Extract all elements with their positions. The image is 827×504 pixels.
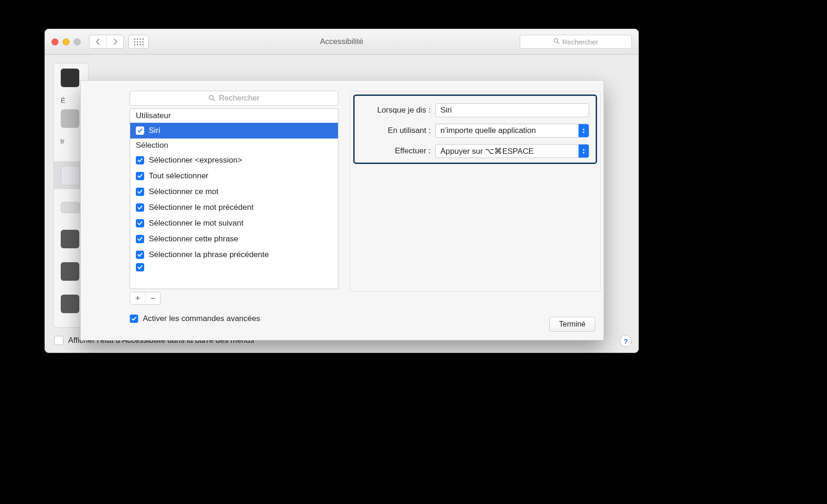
list-item[interactable]: Sélectionner la phrase précédente (130, 247, 338, 263)
when-i-say-input[interactable]: Siri (435, 103, 589, 117)
help-button[interactable]: ? (620, 335, 632, 347)
list-item[interactable]: Siri (130, 123, 338, 139)
commands-sheet: Rechercher Utilisateur Siri Sélection Sé… (80, 80, 604, 340)
group-header-user: Utilisateur (130, 109, 338, 123)
preferences-window: Accessibilité Rechercher É Ir A (45, 29, 639, 353)
titlebar: Accessibilité Rechercher (45, 29, 638, 55)
sidebar-thumb (61, 69, 79, 87)
svg-line-3 (213, 99, 215, 101)
chevron-right-icon (113, 38, 118, 45)
checkbox[interactable] (136, 156, 144, 164)
using-popup[interactable]: n’importe quelle application ▲▼ (435, 124, 589, 138)
list-item[interactable]: Sélectionner le mot suivant (130, 215, 338, 231)
forward-button[interactable] (106, 35, 123, 48)
menubar-status-checkbox[interactable] (54, 336, 64, 345)
sidebar-label-partial: Ir (60, 137, 64, 145)
list-item-label: Sélectionner le mot suivant (149, 219, 243, 228)
highlighted-fields: Lorsque je dis : Siri En utilisant : n’i… (353, 94, 597, 164)
perform-popup[interactable]: Appuyer sur ⌥⌘ESPACE ▲▼ (435, 144, 589, 158)
sidebar-thumb (61, 202, 80, 213)
chevron-left-icon (95, 38, 101, 45)
commands-list[interactable]: Utilisateur Siri Sélection Sélectionner … (130, 108, 338, 289)
sidebar-thumb (61, 109, 79, 128)
svg-line-1 (557, 42, 559, 44)
sidebar-thumb (61, 166, 80, 185)
sidebar-thumb (61, 262, 79, 281)
list-item-label: Sélectionner <expression> (149, 156, 242, 165)
sidebar-label-partial: É (61, 96, 65, 104)
search-icon (553, 38, 560, 45)
done-label: Terminé (559, 320, 585, 328)
advanced-commands-label: Activer les commandes avancées (143, 314, 260, 323)
list-item[interactable]: Sélectionner cette phrase (130, 231, 338, 247)
remove-button[interactable]: − (145, 292, 160, 304)
checkbox[interactable] (136, 172, 144, 180)
list-item[interactable]: Sélectionner <expression> (130, 152, 338, 168)
list-item[interactable]: Sélectionner ce mot (130, 184, 338, 200)
advanced-commands-row: Activer les commandes avancées (130, 314, 260, 323)
svg-point-0 (554, 38, 558, 42)
checkbox[interactable] (136, 219, 144, 227)
list-item-label: Sélectionner le mot précédent (149, 203, 254, 212)
list-item-partial[interactable] (130, 263, 338, 272)
updown-arrows-icon: ▲▼ (579, 145, 589, 158)
add-button[interactable]: + (130, 292, 145, 304)
checkbox[interactable] (136, 263, 144, 271)
close-window-button[interactable] (51, 38, 58, 45)
preferences-body: É Ir Afficher l’état d’Accessibilité dan… (45, 55, 638, 353)
toolbar-search-placeholder: Rechercher (562, 38, 598, 46)
help-icon: ? (623, 337, 628, 345)
list-item-label: Siri (149, 126, 160, 135)
perform-label: Effectuer : (361, 146, 431, 156)
back-button[interactable] (89, 35, 106, 48)
list-item-label: Sélectionner la phrase précédente (149, 250, 269, 259)
minimize-window-button[interactable] (63, 38, 70, 45)
checkbox[interactable] (136, 251, 144, 259)
svg-point-2 (209, 95, 213, 100)
using-label: En utilisant : (361, 126, 431, 135)
window-controls (51, 38, 81, 45)
command-detail-panel: Lorsque je dis : Siri En utilisant : n’i… (350, 91, 601, 292)
perform-value: Appuyer sur ⌥⌘ESPACE (440, 146, 534, 156)
sheet-search-field[interactable]: Rechercher (130, 91, 338, 106)
nav-back-forward (89, 35, 124, 49)
sidebar-thumb (61, 230, 79, 248)
checkbox[interactable] (136, 235, 144, 243)
updown-arrows-icon: ▲▼ (579, 124, 589, 137)
list-item[interactable]: Sélectionner le mot précédent (130, 200, 338, 215)
advanced-commands-checkbox[interactable] (130, 315, 138, 323)
list-item-label: Tout sélectionner (149, 171, 209, 181)
sidebar-thumb (61, 295, 79, 313)
list-item-label: Sélectionner cette phrase (149, 234, 238, 244)
zoom-window-button[interactable] (74, 38, 81, 45)
search-icon (209, 95, 215, 101)
add-remove-segment: + − (130, 292, 161, 305)
when-i-say-value: Siri (440, 106, 452, 115)
list-item-label: Sélectionner ce mot (149, 187, 218, 196)
show-all-button[interactable] (128, 35, 149, 49)
toolbar-search-field[interactable]: Rechercher (520, 35, 632, 49)
list-item[interactable]: Tout sélectionner (130, 168, 338, 184)
group-header-selection: Sélection (130, 139, 338, 152)
checkbox[interactable] (136, 203, 144, 212)
grid-icon (134, 38, 144, 45)
checkbox[interactable] (136, 126, 144, 135)
using-value: n’importe quelle application (440, 126, 536, 135)
when-i-say-label: Lorsque je dis : (361, 106, 431, 115)
checkbox[interactable] (136, 188, 144, 196)
sheet-search-placeholder: Rechercher (219, 94, 260, 103)
done-button[interactable]: Terminé (549, 317, 595, 332)
